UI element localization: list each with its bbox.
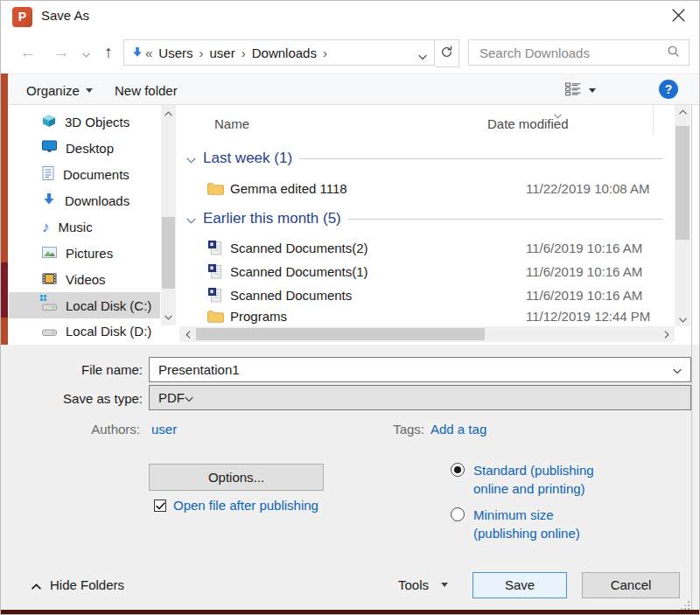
open-file-after-publishing-checkbox[interactable] [154, 500, 166, 512]
download-arrow-icon [42, 192, 56, 209]
sidebar-item-music[interactable]: ♪ Music [9, 213, 160, 240]
file-row-scanned-documents[interactable]: Scanned Documents 11/6/2019 10:16 AM [179, 283, 669, 307]
group-chevron-icon[interactable] [186, 212, 196, 227]
scroll-down-icon[interactable] [675, 313, 690, 326]
scroll-up-icon[interactable] [161, 107, 176, 120]
search-input[interactable] [478, 45, 667, 61]
sidebar-item-documents[interactable]: Documents [9, 161, 160, 187]
sidebar-item-downloads[interactable]: Downloads [9, 187, 160, 213]
scroll-down-icon[interactable] [161, 311, 176, 324]
powerpoint-window-bottom-edge [0, 610, 700, 615]
refresh-button[interactable] [435, 39, 459, 67]
sidebar-item-3d-objects[interactable]: 3D Objects [9, 108, 160, 135]
sidebar-label: Documents [63, 167, 130, 182]
hide-folders-button[interactable]: Hide Folders [32, 577, 124, 592]
scroll-up-icon[interactable] [675, 105, 690, 118]
breadcrumb[interactable]: « Users › user › Downloads › [123, 39, 435, 66]
file-row-scanned-documents-2[interactable]: Scanned Documents(2) 11/6/2019 10:16 AM [179, 236, 669, 260]
refresh-icon [440, 45, 453, 61]
save-button[interactable]: Save [472, 572, 567, 598]
group-chevron-icon[interactable] [186, 151, 196, 166]
breadcrumb-separator[interactable]: › [200, 45, 204, 60]
column-headers: Name Date modified [179, 105, 675, 135]
sidebar-item-desktop[interactable]: Desktop [9, 135, 160, 161]
new-folder-label: New folder [115, 83, 178, 98]
address-dropdown-chevron-icon[interactable] [418, 48, 427, 63]
pdf-document-icon [206, 288, 225, 304]
breadcrumb-item-user[interactable]: user [210, 45, 235, 60]
open-file-after-publishing-label[interactable]: Open file after publishing [173, 496, 318, 514]
views-dropdown-triangle-icon[interactable] [589, 88, 596, 93]
file-name-value: Presentation1 [158, 362, 673, 377]
scrollbar-thumb[interactable] [196, 328, 485, 340]
chevron-up-icon [32, 577, 41, 592]
scroll-left-icon[interactable] [181, 326, 194, 342]
close-icon [672, 9, 685, 24]
back-button[interactable]: ← [18, 43, 38, 62]
save-as-type-select[interactable]: PDF [149, 385, 691, 410]
save-options-panel: File name: Presentation1 Save as type: P… [0, 345, 700, 610]
authors-label: Authors: [35, 422, 140, 437]
breadcrumb-prefix: « [145, 45, 152, 60]
sidebar-item-local-disk-c[interactable]: Local Disk (C:) [9, 292, 160, 318]
folder-icon [206, 310, 225, 323]
file-row-programs[interactable]: Programs 11/12/2019 12:44 PM [179, 306, 669, 326]
file-list-horizontal-scrollbar[interactable] [179, 326, 675, 342]
list-view-icon [565, 82, 582, 99]
standard-label-line1[interactable]: Standard (publishing [473, 461, 594, 479]
minimum-size-radio[interactable] [451, 507, 465, 521]
scrollbar-thumb[interactable] [162, 217, 175, 289]
standard-label-line2[interactable]: online and printing) [473, 479, 594, 498]
cancel-button[interactable]: Cancel [582, 572, 680, 598]
file-name-input[interactable]: Presentation1 [149, 357, 691, 382]
add-a-tag-link[interactable]: Add a tag [430, 422, 486, 437]
minimum-label-line2[interactable]: (publishing online) [473, 524, 580, 542]
chevron-down-icon[interactable] [673, 362, 682, 377]
folder-icon [206, 182, 225, 195]
file-list-scrollbar[interactable] [675, 105, 690, 326]
minimum-label-line1[interactable]: Minimum size [473, 506, 580, 524]
sidebar-item-local-disk-d[interactable]: Local Disk (D:) [9, 318, 160, 343]
file-row-gemma-edited-1118[interactable]: Gemma edited 1118 11/22/2019 10:08 AM [179, 177, 669, 200]
music-note-icon: ♪ [42, 220, 50, 234]
sidebar-label: Videos [66, 272, 106, 287]
recent-locations-button[interactable] [79, 43, 93, 62]
views-button[interactable] [565, 80, 596, 100]
breadcrumb-item-downloads[interactable]: Downloads [252, 45, 317, 60]
group-label: Earlier this month (5) [203, 210, 341, 227]
group-header-earlier-this-month[interactable]: Earlier this month (5) [179, 208, 669, 229]
powerpoint-window-edge [0, 73, 8, 262]
organize-label: Organize [26, 83, 80, 98]
group-rule [348, 219, 662, 220]
file-row-scanned-documents-1[interactable]: Scanned Documents(1) 11/6/2019 10:16 AM [179, 260, 669, 283]
up-button[interactable]: ↑ [98, 43, 119, 62]
checkmark-icon [156, 498, 165, 513]
group-header-last-week[interactable]: Last week (1) [179, 148, 669, 169]
options-button[interactable]: Options... [149, 464, 324, 491]
scroll-right-icon[interactable] [660, 326, 673, 342]
column-header-name[interactable]: Name [214, 116, 249, 131]
breadcrumb-separator[interactable]: › [323, 45, 327, 60]
sidebar-item-pictures[interactable]: Pictures [9, 240, 160, 266]
chevron-down-icon[interactable] [185, 390, 193, 405]
search-box[interactable] [468, 39, 690, 66]
tools-button[interactable]: Tools [398, 577, 448, 592]
standard-radio[interactable] [451, 463, 465, 477]
column-header-date-modified[interactable]: Date modified [487, 116, 569, 131]
scrollbar-thumb[interactable] [676, 126, 690, 240]
help-button[interactable]: ? [659, 80, 678, 99]
column-divider[interactable] [653, 105, 654, 135]
downloads-folder-icon [131, 46, 144, 59]
sidebar-item-videos[interactable]: Videos [9, 266, 160, 292]
powerpoint-window-edge-dark [0, 262, 8, 318]
group-label: Last week (1) [203, 150, 292, 167]
close-button[interactable] [663, 5, 693, 28]
sidebar-scrollbar[interactable] [161, 105, 176, 325]
breadcrumb-item-users[interactable]: Users [158, 45, 192, 60]
authors-value-link[interactable]: user [151, 422, 177, 437]
breadcrumb-separator[interactable]: › [242, 45, 246, 60]
forward-button[interactable]: → [51, 43, 72, 62]
new-folder-button[interactable]: New folder [115, 80, 178, 100]
organize-button[interactable]: Organize [26, 80, 93, 100]
group-rule [299, 158, 662, 159]
